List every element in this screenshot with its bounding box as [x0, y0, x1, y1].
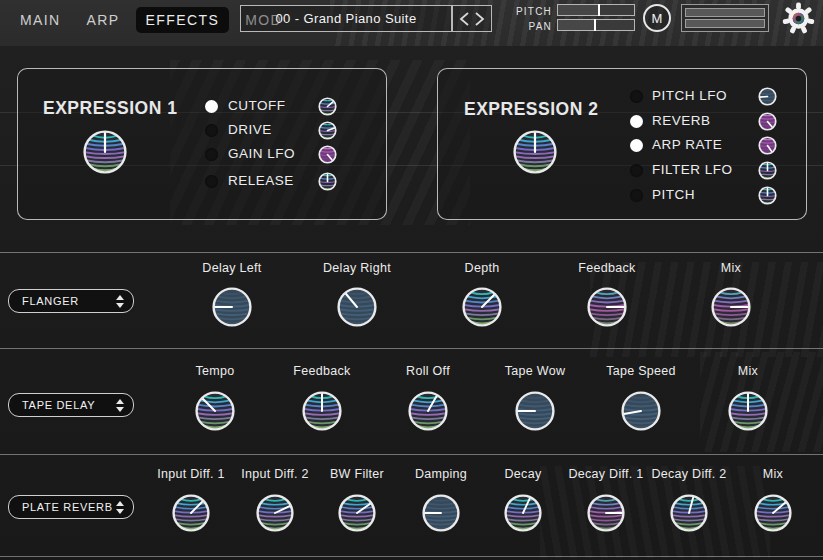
fx-slot-2-param-label-mix: Mix — [686, 364, 810, 378]
pan-slider-fill — [558, 20, 594, 30]
chevron-right-icon[interactable] — [476, 13, 483, 25]
fx-slot-2-knob-mix-graphic — [728, 391, 768, 431]
gear-icon — [782, 2, 815, 35]
expression-1-radio-gain-lfo[interactable] — [205, 148, 218, 161]
fx-slot-2-effect-selector[interactable]: TAPE DELAY — [8, 393, 134, 417]
expression-2-knob-reverb[interactable] — [758, 112, 777, 131]
arrow-down-icon — [116, 407, 124, 412]
fx-slot-3-knob-decay-graphic — [504, 494, 542, 532]
expression-1-knob-cutoff[interactable] — [318, 97, 337, 116]
expression-1-radio-cutoff[interactable] — [205, 100, 218, 113]
fx-slot-1-knob-depth[interactable] — [462, 287, 502, 327]
expression-1-knob-cutoff-graphic — [318, 97, 337, 116]
fx-slot-2-knob-roll-off-graphic — [408, 391, 448, 431]
fx-slot-3-knob-input-diff-2[interactable] — [256, 494, 294, 532]
expression-2-macro-knob[interactable] — [513, 130, 557, 174]
arrow-down-icon — [116, 303, 124, 308]
expression-1-macro-knob-graphic — [83, 130, 127, 174]
fx-slot-3-effect-selector[interactable]: PLATE REVERB — [8, 495, 134, 519]
fx-slot-3-knob-mix-graphic — [754, 494, 792, 532]
fx-slot-1-effect-selector[interactable]: FLANGER — [8, 289, 134, 313]
fx-slot-1-param-label-delay-right: Delay Right — [295, 261, 419, 275]
mono-button[interactable]: M — [643, 4, 671, 32]
fx-slot-1-knob-depth-graphic — [462, 287, 502, 327]
fx-slot-2-knob-tape-speed[interactable] — [621, 391, 661, 431]
fx-slot-2-knob-feedback[interactable] — [302, 391, 342, 431]
fx-slot-3-knob-input-diff-1[interactable] — [172, 494, 210, 532]
expression-2-radio-reverb[interactable] — [630, 115, 643, 128]
row-separator — [0, 454, 823, 455]
settings-button[interactable] — [782, 2, 815, 39]
expression-2-macro-knob-graphic — [513, 130, 557, 174]
expression-1-knob-release-graphic — [318, 172, 337, 191]
fx-slot-2-knob-tempo[interactable] — [195, 391, 235, 431]
fx-slot-3-knob-decay-diff-1[interactable] — [587, 494, 625, 532]
spinner-arrows-icon[interactable] — [116, 295, 124, 308]
fx-slot-3-knob-bw-filter[interactable] — [338, 494, 376, 532]
spinner-arrows-icon[interactable] — [116, 501, 124, 514]
expression-1-knob-drive[interactable] — [318, 121, 337, 140]
pan-slider-thumb[interactable] — [594, 19, 596, 31]
fx-slot-3-effect-name: PLATE REVERB — [22, 501, 113, 513]
fx-slot-1-knob-feedback[interactable] — [587, 287, 627, 327]
fx-slot-1-knob-delay-right-graphic — [337, 287, 377, 327]
expression-2-option-label-pitch-lfo: PITCH LFO — [652, 88, 727, 104]
expression-2-knob-pitch[interactable] — [758, 186, 777, 205]
expression-1-radio-drive[interactable] — [205, 124, 218, 137]
tab-arp[interactable]: ARP — [77, 7, 130, 33]
fx-slot-3-knob-decay[interactable] — [504, 494, 542, 532]
chevron-left-icon[interactable] — [461, 13, 468, 25]
spinner-arrows-icon[interactable] — [116, 399, 124, 412]
fx-slot-2-param-label-tape-speed: Tape Speed — [579, 364, 703, 378]
expression-2-radio-filter-lfo[interactable] — [630, 164, 643, 177]
fx-slot-2-knob-tempo-graphic — [195, 391, 235, 431]
expression-2-radio-pitch[interactable] — [630, 189, 643, 202]
fx-slot-3-knob-mix[interactable] — [754, 494, 792, 532]
fx-slot-1-knob-mix[interactable] — [711, 287, 751, 327]
arrow-down-icon — [116, 509, 124, 514]
expression-2-knob-filter-lfo[interactable] — [758, 161, 777, 180]
fx-slot-3-knob-damping[interactable] — [422, 494, 460, 532]
fx-slot-1-knob-mix-graphic — [711, 287, 751, 327]
expression-1-macro-knob[interactable] — [83, 130, 127, 174]
fx-slot-1-knob-feedback-graphic — [587, 287, 627, 327]
expression-1-option-label-drive: DRIVE — [228, 122, 272, 138]
expression-2-radio-pitch-lfo[interactable] — [630, 90, 643, 103]
fx-slot-2-knob-roll-off[interactable] — [408, 391, 448, 431]
expression-1-knob-drive-graphic — [318, 121, 337, 140]
expression-2-option-label-reverb: REVERB — [652, 113, 711, 129]
tab-effects[interactable]: EFFECTS — [136, 7, 230, 33]
level-meter — [681, 4, 769, 32]
preset-display[interactable]: 00 - Grand Piano Suite — [240, 5, 452, 32]
pan-slider[interactable] — [557, 19, 635, 31]
fx-slot-3-knob-input-diff-2-graphic — [256, 494, 294, 532]
fx-slot-3-knob-decay-diff-2[interactable] — [670, 494, 708, 532]
fx-slot-1-knob-delay-left-graphic — [212, 287, 252, 327]
expression-2-knob-pitch-lfo[interactable] — [758, 87, 777, 106]
expression-2-knob-pitch-graphic — [758, 186, 777, 205]
expression-2-radio-arp-rate[interactable] — [630, 139, 643, 152]
fx-slot-1-knob-delay-left[interactable] — [212, 287, 252, 327]
expression-1-radio-release[interactable] — [205, 175, 218, 188]
pitch-slider[interactable] — [557, 4, 635, 16]
fx-slot-3-knob-decay-diff-2-graphic — [670, 494, 708, 532]
fx-slot-2-knob-feedback-graphic — [302, 391, 342, 431]
fx-slot-2-knob-tape-wow[interactable] — [515, 391, 555, 431]
fx-slot-2-knob-mix[interactable] — [728, 391, 768, 431]
fx-slot-3-knob-decay-diff-1-graphic — [587, 494, 625, 532]
expression-1-knob-release[interactable] — [318, 172, 337, 191]
expression-1-title: EXPRESSION 1 — [43, 98, 177, 119]
expression-1-option-label-release: RELEASE — [228, 173, 294, 189]
expression-1-knob-gain-lfo-graphic — [318, 145, 337, 164]
tab-main[interactable]: MAIN — [10, 7, 71, 33]
expression-2-knob-filter-lfo-graphic — [758, 161, 777, 180]
expression-2-knob-arp-rate[interactable] — [758, 136, 777, 155]
pitch-slider-thumb[interactable] — [598, 4, 600, 16]
expression-1-knob-gain-lfo[interactable] — [318, 145, 337, 164]
fx-slot-1-param-label-feedback: Feedback — [545, 261, 669, 275]
plugin-window: MAINARPEFFECTSMOD 00 - Grand Piano Suite… — [0, 0, 823, 560]
fx-slot-1-knob-delay-right[interactable] — [337, 287, 377, 327]
row-separator — [0, 252, 823, 253]
fx-slot-2-knob-tape-speed-graphic — [621, 391, 661, 431]
level-meter-bar-left — [685, 8, 765, 17]
